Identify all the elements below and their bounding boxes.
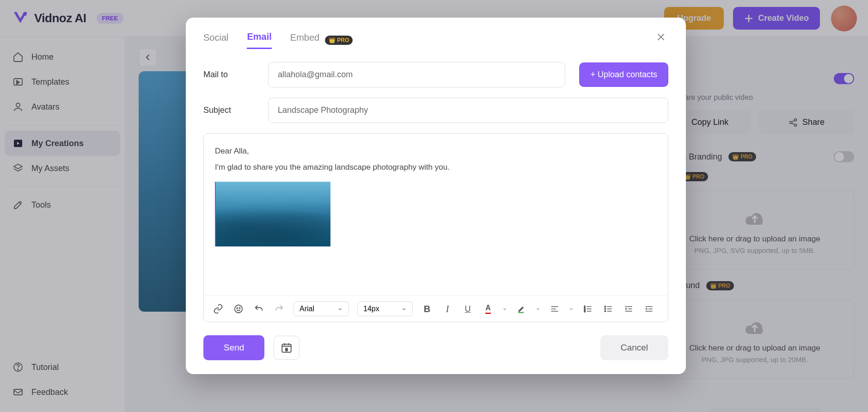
upload-hint: PNG, JPG supported, up to 20MB. xyxy=(665,356,844,363)
upload-title: Click here or drag to upload an image xyxy=(665,234,844,244)
create-label: Create Video xyxy=(758,13,809,23)
redo-tool[interactable] xyxy=(273,303,285,315)
sidebar-item-tutorial[interactable]: Tutorial xyxy=(5,355,120,380)
editor-toolbar: Arial 14px B I U A 123 xyxy=(204,295,668,322)
sidebar-item-my-assets[interactable]: My Assets xyxy=(5,156,120,181)
sidebar-item-label: Templates xyxy=(31,77,69,87)
send-button[interactable]: Send xyxy=(203,335,264,360)
pro-badge: 👑 PRO xyxy=(325,36,353,45)
unordered-list-tool[interactable] xyxy=(602,303,614,315)
mail-icon xyxy=(12,386,24,398)
sidebar-item-tools[interactable]: Tools xyxy=(5,192,120,217)
svg-point-2 xyxy=(16,103,20,107)
plus-icon xyxy=(744,14,753,23)
chevron-down-icon[interactable] xyxy=(536,307,540,311)
highlighter-icon xyxy=(517,304,526,314)
font-family-value: Arial xyxy=(300,305,314,313)
logo-mark-icon xyxy=(11,9,30,28)
link-tool[interactable] xyxy=(212,303,224,315)
video-toggle[interactable] xyxy=(834,73,854,84)
svg-point-11 xyxy=(237,307,238,308)
share-icon xyxy=(789,118,798,127)
upload-contacts-button[interactable]: + Upload contacts xyxy=(579,62,668,87)
schedule-button[interactable]: 8 xyxy=(274,336,300,360)
list-ul-icon xyxy=(604,304,613,314)
svg-point-10 xyxy=(235,305,243,313)
bold-tool[interactable]: B xyxy=(421,303,433,315)
free-badge: FREE xyxy=(97,13,124,24)
outdent-icon xyxy=(624,304,633,314)
font-family-select[interactable]: Arial xyxy=(293,301,349,316)
send-label: Send xyxy=(224,343,244,352)
tools-icon xyxy=(12,199,24,211)
sidebar-item-home[interactable]: Home xyxy=(5,44,120,69)
play-square-icon xyxy=(12,137,24,149)
help-icon xyxy=(12,361,24,373)
chevron-down-icon xyxy=(337,306,343,312)
cancel-button[interactable]: Cancel xyxy=(600,335,668,360)
share-label: Share xyxy=(802,117,825,127)
sidebar-item-label: Tools xyxy=(31,200,51,210)
pro-badge: 👑 PRO xyxy=(706,281,734,290)
mail-to-input[interactable] xyxy=(268,62,565,87)
layers-icon xyxy=(12,162,24,174)
branding-toggle[interactable] xyxy=(834,151,854,162)
cta-button[interactable]: Call-to-Action Button xyxy=(709,407,822,412)
calendar-icon: 8 xyxy=(281,342,293,354)
sidebar-item-label: My Assets xyxy=(31,164,69,173)
back-button[interactable] xyxy=(139,48,157,67)
svg-rect-13 xyxy=(518,312,524,314)
tab-embed[interactable]: Embed xyxy=(290,32,319,49)
italic-tool[interactable]: I xyxy=(441,303,453,315)
email-editor: Dear Alla, I'm glad to share you the ama… xyxy=(203,133,668,322)
svg-point-17 xyxy=(605,306,606,307)
redo-icon xyxy=(274,304,284,314)
copy-link-label: Copy Link xyxy=(691,117,728,127)
font-size-select[interactable]: 14px xyxy=(357,301,413,316)
chevron-down-icon[interactable] xyxy=(569,307,574,311)
emoji-tool[interactable] xyxy=(232,303,245,315)
upload-title: Click here or drag to upload an image xyxy=(665,344,844,353)
ordered-list-tool[interactable]: 123 xyxy=(582,303,594,315)
avatar-icon xyxy=(12,101,24,113)
create-video-button[interactable]: Create Video xyxy=(733,7,820,30)
subject-label: Subject xyxy=(203,105,254,115)
close-button[interactable] xyxy=(655,31,668,44)
sidebar-item-my-creations[interactable]: My Creations xyxy=(5,131,120,156)
indent-tool[interactable] xyxy=(643,303,655,315)
sidebar-item-label: My Creations xyxy=(31,139,84,148)
share-button[interactable]: Share xyxy=(759,110,854,135)
home-icon xyxy=(12,51,24,63)
smile-icon xyxy=(233,304,244,314)
cancel-label: Cancel xyxy=(621,343,648,352)
svg-point-7 xyxy=(794,118,796,121)
email-embedded-image[interactable] xyxy=(215,182,330,246)
editor-body[interactable]: Dear Alla, I'm glad to share you the ama… xyxy=(204,134,668,295)
chevron-down-icon[interactable] xyxy=(502,307,507,311)
svg-rect-6 xyxy=(14,389,22,395)
sidebar-item-templates[interactable]: Templates xyxy=(5,69,120,94)
font-size-value: 14px xyxy=(363,305,379,313)
share-modal: Social Email Embed 👑 PRO Mail to + Uploa… xyxy=(186,18,686,374)
user-avatar[interactable] xyxy=(831,6,857,31)
upload-contacts-label: + Upload contacts xyxy=(590,70,657,79)
sidebar-item-avatars[interactable]: Avatars xyxy=(5,94,120,119)
tab-social[interactable]: Social xyxy=(203,32,228,49)
outdent-tool[interactable] xyxy=(623,303,635,315)
underline-tool[interactable]: U xyxy=(462,303,474,315)
brand-name: Vidnoz AI xyxy=(34,11,86,25)
svg-point-8 xyxy=(789,121,792,123)
pro-badge: 👑 PRO xyxy=(728,152,756,161)
sidebar-item-feedback[interactable]: Feedback xyxy=(5,380,120,405)
highlight-tool[interactable] xyxy=(515,303,527,315)
brand[interactable]: Vidnoz AI FREE xyxy=(11,9,123,28)
undo-tool[interactable] xyxy=(253,303,265,315)
indent-icon xyxy=(644,304,654,314)
subject-input[interactable] xyxy=(268,98,668,123)
text-color-tool[interactable]: A xyxy=(482,303,494,315)
tab-email[interactable]: Email xyxy=(247,31,271,49)
sidebar-item-label: Feedback xyxy=(31,387,68,397)
align-tool[interactable] xyxy=(549,303,561,315)
svg-text:3: 3 xyxy=(584,310,586,313)
chevron-left-icon xyxy=(144,54,152,61)
